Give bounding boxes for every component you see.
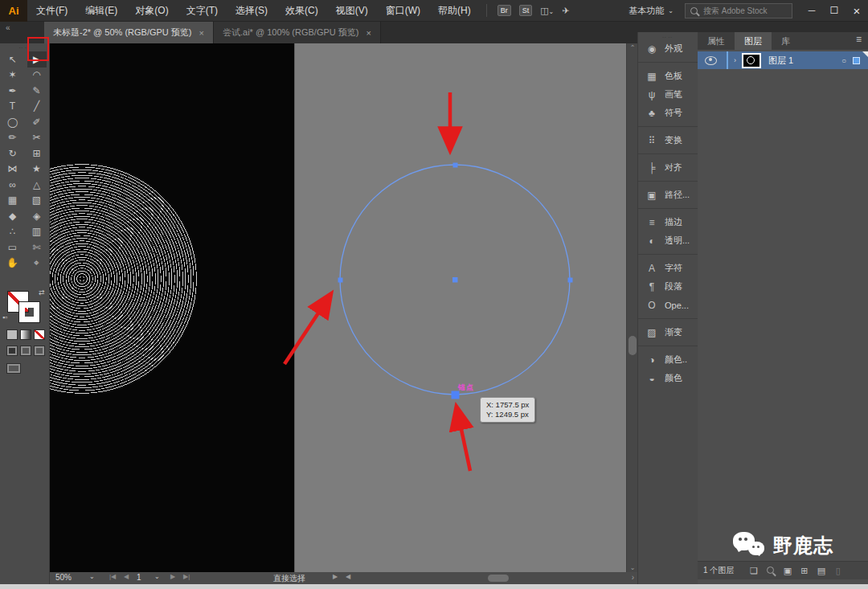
clipping-mask-icon[interactable]: ▣ — [779, 566, 796, 576]
center-point[interactable] — [452, 277, 458, 283]
panel-align[interactable]: ╞ 对齐 — [638, 153, 698, 177]
zoom-chevron-icon[interactable]: ⌄ — [89, 573, 95, 580]
artboard-chevron-icon[interactable]: ⌄ — [154, 573, 160, 580]
ellipse-tool[interactable]: ◯ — [3, 114, 23, 130]
shaper-tool[interactable]: ✏ — [3, 130, 23, 146]
type-tool[interactable]: T — [3, 99, 23, 115]
new-sublayer-icon[interactable]: ⊞ — [796, 566, 813, 576]
share-icon[interactable]: ✈ — [562, 6, 569, 16]
layer-thumbnail[interactable] — [742, 53, 761, 68]
screen-mode-button[interactable] — [6, 363, 21, 374]
arrange-documents-icon[interactable]: ◫⌄ — [540, 6, 554, 16]
visibility-eye-icon[interactable] — [705, 56, 717, 65]
vertical-scroll-thumb[interactable] — [628, 336, 637, 355]
panel-color-guide[interactable]: ◑ 颜色.. — [638, 346, 698, 369]
line-segment-tool[interactable]: ╱ — [27, 99, 47, 115]
search-input[interactable] — [702, 6, 785, 16]
panel-tab-libraries[interactable]: 库 — [772, 32, 800, 50]
close-button[interactable]: × — [845, 0, 868, 22]
layer-row[interactable]: › 图层 1 ○ — [698, 51, 868, 69]
bridge-button[interactable]: Br — [497, 5, 511, 16]
canvas[interactable]: 锚点 X: 1757.5 px Y: 1249.5 px — [50, 43, 626, 572]
default-colors-icon[interactable]: ▪▫ — [2, 313, 7, 321]
none-button[interactable] — [34, 329, 45, 340]
menu-type[interactable]: 文字(T) — [178, 0, 227, 21]
last-artboard-icon[interactable]: ▶| — [183, 573, 190, 580]
pen-tool[interactable]: ✒ — [3, 83, 23, 99]
horizontal-scroll-thumb[interactable] — [488, 575, 509, 582]
panel-gradient[interactable]: ▨ 渐变 — [638, 318, 698, 342]
puppet-warp-tool[interactable]: ★ — [27, 162, 47, 178]
close-icon[interactable]: × — [199, 28, 204, 38]
stroke-swatch[interactable] — [19, 302, 39, 322]
blend-tool[interactable]: ◈ — [27, 208, 47, 224]
prev-artboard-icon[interactable]: ◀ — [124, 573, 129, 580]
artboard-tool[interactable]: ▭ — [3, 239, 23, 256]
mesh-tool[interactable]: ▦ — [3, 193, 23, 209]
width-tool[interactable]: ⋈ — [3, 162, 23, 178]
workspace-switcher[interactable]: 基本功能⌄ — [628, 5, 674, 17]
scissors-tool[interactable]: ✂ — [27, 130, 47, 146]
column-graph-tool[interactable]: ▥ — [27, 224, 47, 240]
color-button[interactable] — [6, 329, 18, 340]
stock-button[interactable]: St — [519, 5, 533, 16]
panel-stroke[interactable]: ≡ 描边 — [638, 208, 698, 231]
hand-tool[interactable]: ✋ — [3, 256, 23, 272]
panel-appearance[interactable]: ◉ 外观 — [638, 39, 698, 58]
maximize-button[interactable]: ☐ — [823, 0, 845, 22]
menu-object[interactable]: 对象(O) — [126, 0, 177, 21]
menu-help[interactable]: 帮助(H) — [429, 0, 480, 21]
scroll-up-icon[interactable]: ⌃ — [627, 44, 638, 51]
paintbrush-tool[interactable]: ✐ — [27, 114, 47, 130]
locate-object-icon[interactable] — [762, 566, 779, 575]
scroll-down-icon[interactable]: ⌄ — [627, 564, 638, 571]
artboard-number-field[interactable]: 1 — [137, 573, 141, 582]
layer-name[interactable]: 图层 1 — [768, 55, 793, 67]
gradient-tool[interactable]: ▧ — [27, 193, 47, 209]
eyedropper-tool[interactable]: ◆ — [3, 208, 23, 224]
zoom-level[interactable]: 50% — [55, 573, 72, 582]
draw-normal-button[interactable] — [6, 346, 18, 356]
menu-effect[interactable]: 效果(C) — [276, 0, 327, 21]
panel-brushes[interactable]: ψ 画笔 — [638, 85, 698, 104]
collect-export-icon[interactable]: ❏ — [745, 566, 762, 576]
gradient-button[interactable] — [20, 329, 31, 340]
panel-tab-layers[interactable]: 图层 — [735, 32, 772, 50]
close-icon[interactable]: × — [366, 28, 371, 38]
lasso-tool[interactable]: ◠ — [27, 67, 47, 84]
menu-window[interactable]: 窗口(W) — [377, 0, 429, 21]
horizontal-scrollbar[interactable] — [355, 574, 677, 583]
menu-select[interactable]: 选择(S) — [227, 0, 276, 21]
free-transform-tool[interactable]: ⊞ — [27, 145, 47, 162]
selection-tool[interactable]: ↖ — [3, 51, 23, 67]
adobe-stock-search[interactable] — [685, 3, 792, 18]
doc-tab-changshi[interactable]: 尝试.ai* @ 100% (RGB/GPU 预览) × — [214, 22, 381, 43]
trash-icon[interactable]: ▯ — [829, 566, 846, 576]
status-pane-right-icon[interactable]: ▶ — [333, 573, 338, 580]
swap-colors-icon[interactable]: ⇄ — [39, 288, 45, 297]
anchor-left[interactable] — [338, 278, 343, 283]
first-artboard-icon[interactable]: |◀ — [109, 573, 116, 580]
curvature-tool[interactable]: ✎ — [27, 83, 47, 99]
menu-view[interactable]: 视图(V) — [327, 0, 377, 21]
panel-swatches[interactable]: ▦ 色板 — [638, 62, 698, 85]
vertical-scrollbar[interactable]: ⌃ ⌄ — [626, 43, 637, 572]
scroll-right-icon[interactable]: › — [632, 573, 634, 582]
layer-target-icon[interactable]: ○ — [841, 56, 846, 65]
slice-tool[interactable]: ✄ — [27, 239, 47, 256]
rotate-tool[interactable]: ↻ — [3, 145, 23, 162]
status-pane-left-icon[interactable]: ◀ — [346, 573, 350, 580]
doc-tab-untitled2[interactable]: 未标题-2* @ 50% (RGB/GPU 预览) × — [44, 22, 214, 43]
minimize-button[interactable]: ─ — [800, 0, 823, 22]
anchor-top[interactable] — [453, 163, 458, 168]
layer-selection-chip[interactable] — [853, 57, 860, 64]
panel-symbols[interactable]: ♣ 符号 — [638, 104, 698, 122]
perspective-grid-tool[interactable]: △ — [27, 177, 47, 193]
magic-wand-tool[interactable]: ✶ — [3, 67, 23, 84]
panel-character[interactable]: A 字符 — [638, 254, 698, 277]
next-artboard-icon[interactable]: ▶ — [170, 573, 175, 580]
symbol-sprayer-tool[interactable]: ∴ — [3, 224, 23, 240]
draw-behind-button[interactable] — [20, 346, 31, 356]
draw-inside-button[interactable] — [34, 346, 45, 356]
panel-transform[interactable]: ⠿ 变换 — [638, 126, 698, 149]
